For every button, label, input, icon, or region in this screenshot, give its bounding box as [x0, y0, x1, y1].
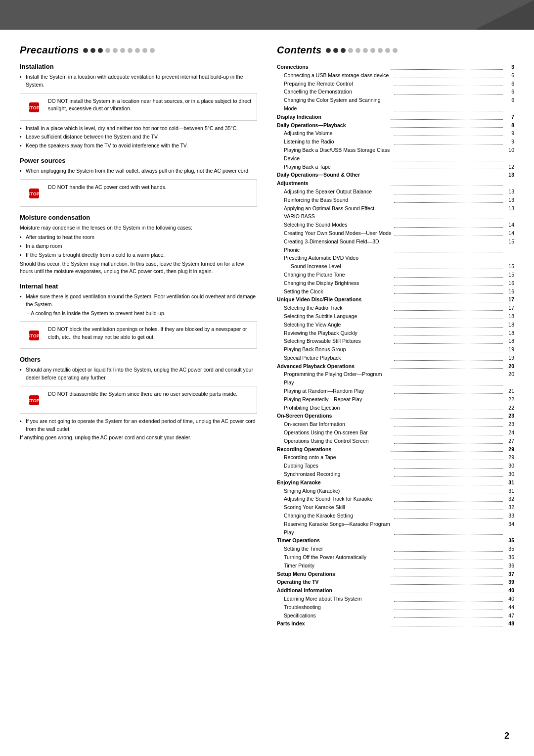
cdot-1 [326, 48, 331, 53]
contents-dots-line [391, 568, 503, 577]
header-triangle [475, 0, 534, 30]
contents-label: Additional Information [277, 586, 389, 595]
power-sources-heading: Power sources [20, 157, 257, 164]
contents-label: Adjusting the Sound Track for Karaoke [284, 495, 393, 503]
contents-label: Reinforcing the Bass Sound [284, 196, 393, 204]
contents-page: 12 [504, 163, 514, 171]
contents-page: 7 [504, 113, 514, 121]
contents-label: Special Picture Playback [284, 354, 393, 362]
contents-page: 10 [504, 146, 514, 163]
contents-page: 6 [504, 80, 514, 88]
contents-dots-line [391, 535, 503, 543]
contents-dots-line [394, 519, 503, 535]
contents-dots-line [394, 219, 503, 228]
installation-list-2: Install in a place which is level, dry a… [20, 125, 257, 150]
contents-dots-line [394, 385, 503, 394]
contents-page: 13 [504, 188, 514, 196]
contents-row: Creating 3-Dimensional Sound Field—3D Ph… [277, 237, 514, 254]
dot-2 [90, 48, 95, 53]
contents-dots-line [394, 136, 503, 144]
dot-5 [113, 48, 118, 53]
contents-page: 36 [504, 553, 514, 562]
dot-10 [150, 48, 155, 53]
others-list-2: If you are not going to operate the Syst… [20, 418, 257, 433]
contents-heading: Contents [277, 45, 514, 56]
installation-item-2: Install in a place which is level, dry a… [20, 125, 257, 133]
contents-page: 23 [504, 420, 514, 428]
installation-heading: Installation [20, 63, 257, 70]
contents-label: Playing Back a Disc/USB Mass Storage Cla… [284, 146, 393, 163]
contents-dots-line [391, 120, 503, 128]
svg-text:STOP!: STOP! [27, 398, 41, 403]
contents-dots-line [391, 576, 503, 585]
contents-label: Dubbing Tapes [284, 462, 393, 470]
dot-8 [135, 48, 140, 53]
contents-label: Display Indication [277, 113, 389, 121]
contents-label: Selecting the Audio Track [284, 304, 393, 312]
contents-label: Recording onto a Tape [284, 453, 393, 462]
moisture-item-3: If the System is brought directly from a… [20, 251, 257, 259]
contents-page: 14 [504, 221, 514, 229]
moisture-intro: Moisture may condense in the lenses on t… [20, 224, 257, 232]
contents-dots-line [394, 236, 503, 253]
contents-label: Applying an Optimal Bass Sound Effect–VA… [284, 204, 393, 221]
contents-row: Applying an Optimal Bass Sound Effect–VA… [277, 204, 514, 221]
contents-dots-line [394, 286, 503, 294]
contents-label: Advanced Playback Operations [277, 362, 389, 371]
contents-dots-line [394, 502, 503, 510]
contents-dots-line [394, 144, 503, 161]
others-heading: Others [20, 356, 257, 363]
contents-page: 16 [504, 279, 514, 287]
contents-dots-line [391, 585, 503, 593]
contents-row: Playing Back a Disc/USB Mass Storage Cla… [277, 146, 514, 163]
contents-dots-line [394, 352, 503, 361]
stop-icon-4: STOP! [25, 391, 43, 409]
contents-label: Setting the Timer [284, 545, 393, 553]
contents-dots-line [394, 78, 503, 87]
precautions-title: Precautions [20, 45, 79, 56]
contents-label: Operations Using the Control Screen [284, 437, 393, 445]
contents-dots-line [391, 410, 503, 419]
contents-label: Reviewing the Playback Quickly [284, 329, 393, 337]
contents-page: 31 [504, 478, 514, 487]
moisture-after: Should this occur, the System may malfun… [20, 260, 257, 276]
contents-dots-line [394, 493, 503, 502]
stop-icon-1: STOP! [25, 98, 43, 116]
contents-page: 35 [504, 536, 514, 545]
contents-label: Sound Increase Level [291, 262, 396, 271]
main-content: Precautions Installation Install the Sys… [0, 30, 534, 648]
contents-label: Creating 3-Dimensional Sound Field—3D Ph… [284, 237, 393, 254]
installation-list: Install the System in a location with ad… [20, 73, 257, 89]
contents-label: Playing Repeatedly—Repeat Play [284, 395, 393, 404]
contents-label: Turning Off the Power Automatically [284, 553, 393, 562]
contents-label: Timer Operations [277, 536, 389, 545]
contents-label: Playing Back Bonus Group [284, 345, 393, 354]
cdot-7 [370, 48, 375, 53]
contents-dots-line [391, 477, 503, 485]
contents-label: Changing the Karaoke Setting [284, 512, 393, 520]
contents-page: 20 [504, 370, 514, 387]
cdot-3 [341, 48, 346, 53]
contents-page: 30 [504, 470, 514, 478]
contents-dots-line [391, 444, 503, 452]
contents-dots-line [394, 460, 503, 469]
contents-dots-line [391, 61, 503, 70]
contents-dots-line [391, 169, 503, 186]
contents-label: Selecting Browsable Still Pictures [284, 337, 393, 345]
contents-page: 9 [504, 138, 514, 146]
contents-dots-line [394, 610, 503, 618]
contents-page: 18 [504, 312, 514, 321]
contents-label: On-screen Bar Information [284, 420, 393, 428]
contents-page: 35 [504, 545, 514, 553]
contents-label: Timer Priority [284, 562, 393, 570]
contents-page: 6 [504, 71, 514, 80]
contents-dots-line [394, 269, 503, 278]
contents-page: 27 [504, 437, 514, 445]
contents-dots-line [394, 278, 503, 286]
contents-page: 40 [504, 595, 514, 603]
others-after: If anything goes wrong, unplug the AC po… [20, 434, 257, 442]
moisture-heading: Moisture condensation [20, 214, 257, 221]
contents-page: 37 [504, 570, 514, 578]
contents-page: 23 [504, 412, 514, 420]
others-warning: STOP! DO NOT disassemble the System sinc… [20, 386, 257, 414]
